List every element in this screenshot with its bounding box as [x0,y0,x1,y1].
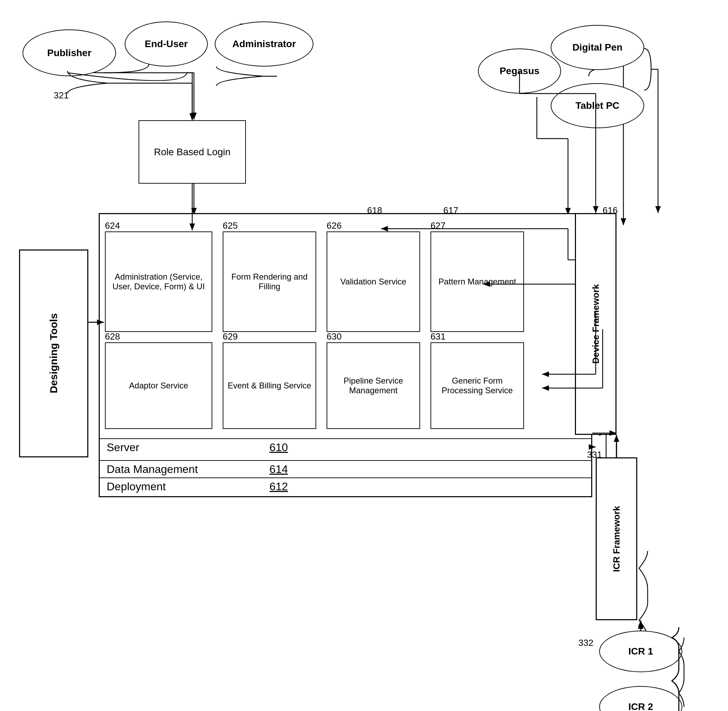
validation-service-box: Validation Service [327,232,420,332]
ref-630: 630 [327,331,342,342]
separator-1 [100,438,592,439]
data-management-label: Data Management [107,463,198,476]
device-framework-label: Device Framework [591,284,601,364]
event-billing-label: Event & Billing Service [227,381,311,391]
ref-321: 321 [54,90,69,101]
svg-marker-76 [614,435,619,442]
form-rendering-box: Form Rendering and Filling [223,232,316,332]
form-rendering-label: Form Rendering and Filling [226,272,313,291]
ref-626: 626 [327,220,342,231]
role-based-login-box: Role Based Login [139,120,246,184]
adaptor-service-box: Adaptor Service [105,342,212,429]
svg-marker-72 [638,622,644,629]
deployment-ref: 612 [270,480,288,493]
pegasus-label: Pegasus [500,65,539,77]
svg-marker-1 [191,113,197,119]
pipeline-service-label: Pipeline Service Management [330,376,417,395]
icr-framework-label: ICR Framework [611,506,622,572]
separator-2 [100,460,592,461]
role-based-login-label: Role Based Login [154,146,230,158]
icr1-label: ICR 1 [628,646,653,657]
designing-tools-label: Designing Tools [48,313,60,393]
ref-617: 617 [443,205,458,216]
pegasus-ellipse: Pegasus [478,49,561,94]
svg-marker-69 [189,113,195,120]
separator-3 [100,478,592,478]
server-ref: 610 [270,441,288,454]
svg-marker-59 [638,620,644,627]
svg-marker-36 [189,113,195,120]
ref-618: 618 [367,205,382,216]
diagram: 322 321 320 Publisher End-User Administr… [0,0,728,711]
digital-pen-ellipse: Digital Pen [551,25,644,70]
administration-box: Administration (Service, User, Device, F… [105,232,212,332]
device-framework-box: Device Framework [575,213,616,435]
ref-624: 624 [105,220,120,231]
svg-marker-65 [655,206,661,213]
validation-service-label: Validation Service [340,277,406,286]
administrator-label: Administrator [232,38,296,50]
ref-331: 331 [587,449,602,460]
tablet-pc-label: Tablet PC [575,100,619,111]
adaptor-service-label: Adaptor Service [129,381,189,391]
publisher-ellipse: Publisher [22,30,116,76]
enduser-ellipse: End-User [125,22,208,66]
digital-pen-label: Digital Pen [572,42,623,53]
ref-627: 627 [430,220,445,231]
designing-tools-box: Designing Tools [19,249,88,457]
pipeline-service-box: Pipeline Service Management [327,342,420,429]
ref-616: 616 [603,205,617,216]
ref-625: 625 [223,220,237,231]
ref-628: 628 [105,331,120,342]
publisher-label: Publisher [47,47,91,59]
icr-framework-box: ICR Framework [596,457,637,620]
svg-marker-62 [593,206,598,213]
server-block: Administration (Service, User, Device, F… [99,213,592,497]
ref-332: 332 [578,637,593,648]
tablet-pc-ellipse: Tablet PC [551,83,644,128]
data-management-ref: 614 [270,463,288,476]
ref-629: 629 [223,331,237,342]
generic-form-label: Generic Form Processing Service [434,376,520,395]
deployment-label: Deployment [107,480,166,493]
event-billing-box: Event & Billing Service [223,342,316,429]
server-label: Server [107,441,139,454]
icr-brace-svg [665,627,693,711]
generic-form-box: Generic Form Processing Service [430,342,524,429]
enduser-label: End-User [145,38,188,50]
icr2-label: ICR 2 [628,701,653,711]
pattern-management-box: Pattern Management [430,232,524,332]
svg-marker-29 [620,218,626,225]
administration-label: Administration (Service, User, Device, F… [108,272,209,291]
ref-631: 631 [430,331,445,342]
administrator-ellipse: Administrator [215,22,314,66]
pattern-management-label: Pattern Management [438,277,516,286]
